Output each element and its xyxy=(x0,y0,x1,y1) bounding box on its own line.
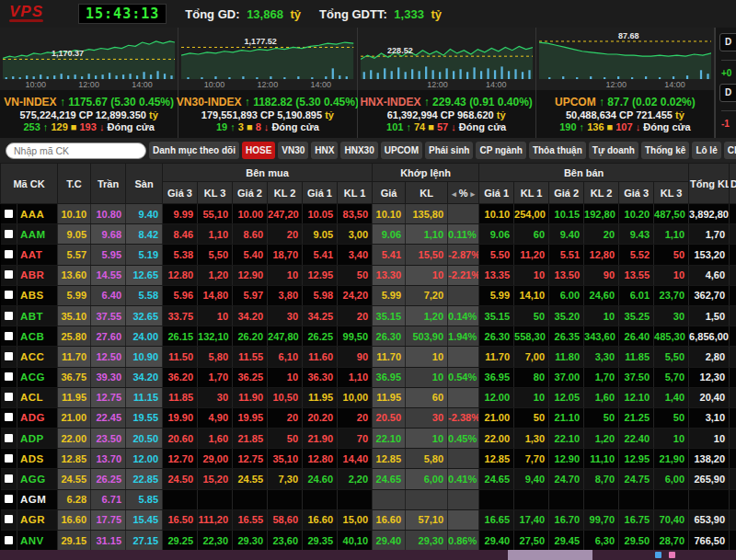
row-checkbox[interactable] xyxy=(5,352,13,360)
ticker-symbol[interactable]: ACG xyxy=(17,367,58,387)
row-checkbox[interactable] xyxy=(5,434,13,442)
bid-cell: 50 xyxy=(338,265,373,285)
taskbar[interactable] xyxy=(0,550,736,560)
ticker-symbol[interactable]: AGG xyxy=(17,469,58,489)
price-board: Mã CKT.CTrầnSànBên muaKhớp lệnhBên bánTổ… xyxy=(0,163,736,550)
world-index-box[interactable]: D xyxy=(719,33,736,51)
col-header-total-volume[interactable]: Tổng KL▼ xyxy=(689,164,730,204)
stock-row-ABR[interactable]: ABR13.6014.5512.6512.801,2012.901012.955… xyxy=(1,265,736,285)
row-checkbox[interactable] xyxy=(5,495,13,503)
row-checkbox[interactable] xyxy=(5,515,13,523)
ticker-symbol[interactable]: ABS xyxy=(17,285,58,305)
stock-row-ACL[interactable]: ACL11.9512.7511.1511.853011.9010,5011.95… xyxy=(1,387,736,407)
row-checkbox[interactable] xyxy=(5,393,13,401)
ask-cell: 7,70 xyxy=(514,449,549,469)
stock-row-ABT[interactable]: ABT35.1037.5532.6533.751034.203034.25203… xyxy=(1,305,736,326)
stock-row-ADS[interactable]: ADS12.8513.7012.0012.7029,0012.7535,1012… xyxy=(1,449,736,469)
ticker-symbol[interactable]: ADP xyxy=(17,429,58,449)
tab-UPCOM[interactable]: UPCOM xyxy=(381,142,422,159)
group-header-buy: Bên mua xyxy=(163,164,373,182)
tab-VN30[interactable]: VN30 xyxy=(278,142,308,159)
tab-Lô lẻ[interactable]: Lô lẻ xyxy=(692,142,720,159)
bid-cell: 11.85 xyxy=(163,387,198,407)
stock-row-AGR[interactable]: AGR16.6017.7515.4516.50111,2016.5558,601… xyxy=(1,509,736,530)
indices-section: 1,170.3710:0012:0014:00VN-INDEX ↑ 1175.6… xyxy=(0,28,736,138)
bid-cell: 11.90 xyxy=(233,387,268,407)
world-indices-cut-panel[interactable]: D +0 D -1 xyxy=(715,28,736,138)
ticker-symbol[interactable]: ADG xyxy=(17,407,58,428)
tab-HNX30[interactable]: HNX30 xyxy=(340,142,377,159)
ticker-symbol[interactable]: ANV xyxy=(17,531,58,551)
taskbar-icon[interactable] xyxy=(655,552,661,558)
stock-row-ACC[interactable]: ACC11.7012.5010.9011.505,8011.556,1011.6… xyxy=(1,347,736,367)
stock-row-AAM[interactable]: AAM9.059.688.428.461,108.60209.053,009.0… xyxy=(1,224,736,245)
row-checkbox[interactable] xyxy=(5,250,13,258)
ticker-symbol[interactable]: ABR xyxy=(17,265,58,285)
tab-Thống kê[interactable]: Thống kê xyxy=(641,142,689,159)
row-checkbox[interactable] xyxy=(5,372,13,381)
ask-cell: 27,50 xyxy=(514,531,549,551)
stock-row-ADP[interactable]: ADP22.0023.5020.5020.601,6021.855021.907… xyxy=(1,429,736,449)
taskbar-icon[interactable] xyxy=(669,552,675,558)
bid-cell: 19.90 xyxy=(163,407,198,428)
tab-HNX[interactable]: HNX xyxy=(311,142,338,159)
ticker-symbol[interactable]: ACL xyxy=(17,387,58,407)
ask-cell: 558,30 xyxy=(514,326,549,347)
stock-row-AAT[interactable]: AAT5.575.955.195.385,505.4018,705.413,40… xyxy=(1,245,736,265)
ticker-symbol[interactable]: AAM xyxy=(17,224,58,245)
stock-row-ADG[interactable]: ADG21.0022.4519.5519.904,9019.952020.202… xyxy=(1,407,736,428)
vps-logo[interactable]: VPS xyxy=(9,6,43,22)
ticker-symbol[interactable]: AAT xyxy=(17,245,58,265)
match-cell: 0.11% xyxy=(448,224,479,245)
row-checkbox[interactable] xyxy=(5,230,13,238)
ask-cell: 10 xyxy=(584,305,619,326)
ticker-symbol[interactable]: AGM xyxy=(17,489,58,509)
bid-cell: 111,20 xyxy=(198,509,233,530)
tab-Danh mục theo dõi[interactable]: Danh mục theo dõi xyxy=(149,142,239,159)
prev-column-arrow[interactable]: ◂ xyxy=(452,189,456,199)
ticker-symbol[interactable]: ADS xyxy=(17,449,58,469)
row-checkbox[interactable] xyxy=(5,413,13,421)
ask-cell: 37.50 xyxy=(619,367,654,387)
stock-row-ACB[interactable]: ACB25.8027.6024.0026.15132,1026.20247,80… xyxy=(1,326,736,347)
ticker-symbol[interactable]: ACB xyxy=(17,326,58,347)
stock-code-input[interactable] xyxy=(6,143,146,159)
col-header-reference: T.C xyxy=(58,164,91,204)
total-volume-cell: 1,50 xyxy=(689,305,730,326)
tab-CP ngành[interactable]: CP ngành xyxy=(476,142,525,159)
tab-Tự doanh[interactable]: Tự doanh xyxy=(589,142,638,159)
stock-row-AAA[interactable]: AAA10.1010.809.409.9955,1010.00247,2010.… xyxy=(1,204,736,224)
ticker-symbol[interactable]: ABT xyxy=(17,305,58,326)
row-checkbox[interactable] xyxy=(5,210,13,218)
tab-Chứng quyền[interactable]: Chứng quyền xyxy=(724,142,736,159)
row-select-cell xyxy=(1,469,17,489)
row-checkbox[interactable] xyxy=(5,312,13,320)
sub-header-buy: Giá 1 xyxy=(303,182,338,204)
reference-price: 12.85 xyxy=(58,449,91,469)
row-checkbox[interactable] xyxy=(5,332,13,340)
stock-row-ABS[interactable]: ABS5.996.405.585.9614,805.973,805.9824,2… xyxy=(1,285,736,305)
tab-HOSE[interactable]: HOSE xyxy=(242,142,275,159)
next-column-arrow[interactable]: ▸ xyxy=(470,189,475,199)
match-cell: 29,30 xyxy=(406,531,448,551)
stock-row-AGM[interactable]: AGM6.286.715.85 xyxy=(1,489,736,509)
stock-row-ACG[interactable]: ACG36.7539.3034.2036.201,7036.251036.301… xyxy=(1,367,736,387)
taskbar-active-window[interactable] xyxy=(508,550,592,560)
row-checkbox[interactable] xyxy=(5,474,13,483)
stock-row-AGG[interactable]: AGG24.5526.2522.8524.5015,2024.557,3024.… xyxy=(1,469,736,489)
row-checkbox[interactable] xyxy=(5,454,13,463)
world-index-box[interactable]: D xyxy=(719,84,736,102)
tab-Thỏa thuận[interactable]: Thỏa thuận xyxy=(529,142,586,159)
row-checkbox[interactable] xyxy=(5,270,13,279)
ask-cell: 24.70 xyxy=(549,469,584,489)
row-select-cell xyxy=(1,326,17,347)
tab-Phái sinh[interactable]: Phái sinh xyxy=(425,142,473,159)
row-checkbox[interactable] xyxy=(5,536,13,544)
row-checkbox[interactable] xyxy=(5,291,13,299)
bid-cell xyxy=(338,489,373,509)
ticker-symbol[interactable]: AGR xyxy=(17,509,58,530)
stock-row-ANV[interactable]: ANV29.1531.1527.1529.2522,3029.3023,6029… xyxy=(1,531,736,551)
match-cell: 24.65 xyxy=(373,469,406,489)
ticker-symbol[interactable]: ACC xyxy=(17,347,58,367)
ticker-symbol[interactable]: AAA xyxy=(17,204,58,224)
